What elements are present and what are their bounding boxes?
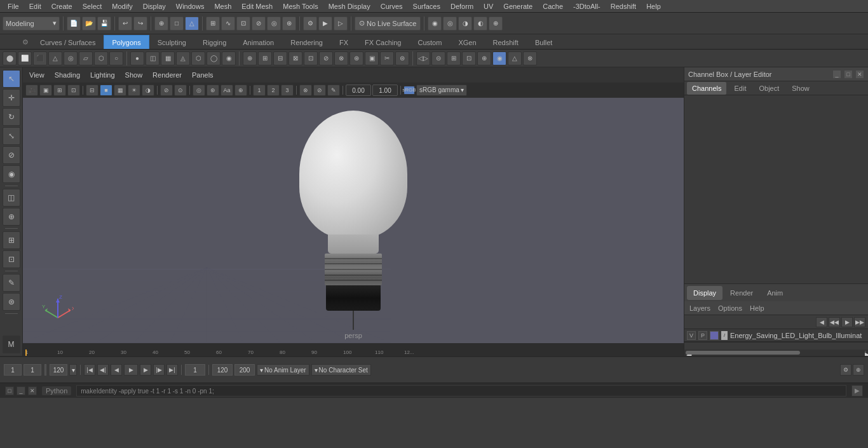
save-file-btn[interactable]: 💾 [97,17,111,31]
tl-char-set-dropdown[interactable]: ▾ No Character Set [311,364,371,376]
connect-btn[interactable]: ⊛ [349,51,363,65]
menu-curves[interactable]: Curves [376,0,408,13]
panel-close-btn[interactable]: ✕ [855,70,864,79]
vp-smooth-btn[interactable]: 2 [267,85,280,96]
select-by-component-btn[interactable]: △ [185,17,199,31]
menu-edit-mesh[interactable]: Edit Mesh [236,0,278,13]
disp-tab-render[interactable]: Render [724,286,759,300]
snap-surface-btn[interactable]: ⊘ [252,17,266,31]
open-file-btn[interactable]: 📂 [82,17,96,31]
cam-btn-2[interactable]: ◎ [443,17,457,31]
tl-range-end[interactable]: 120 [212,364,233,376]
boolean-btn[interactable]: ⊕ [477,51,491,65]
extrude-btn[interactable]: ⊕ [243,51,257,65]
layers-options[interactable]: Options [715,304,745,312]
snap-live-btn[interactable]: ◎ [267,17,281,31]
menu-3dtoall[interactable]: -3DtoAll- [568,0,606,13]
panel-minimize-btn[interactable]: _ [832,70,841,79]
menu-surfaces[interactable]: Surfaces [408,0,445,13]
tl-go-start-btn[interactable]: |◀ [84,364,95,376]
tab-curves-surfaces[interactable]: Curves / Surfaces [32,35,104,49]
nurbs-sphere-btn[interactable]: ● [130,51,144,65]
tab-polygons[interactable]: Polygons [104,35,149,49]
python-execute-btn[interactable]: ▶ [851,385,863,397]
paint-tool[interactable]: ✎ [3,274,20,292]
vp-grid-btn[interactable]: ⊡ [67,85,80,96]
menu-select[interactable]: Select [78,0,107,13]
extract-btn[interactable]: ⊡ [462,51,476,65]
target-weld-btn[interactable]: ⊜ [395,51,409,65]
vp-shadow-btn[interactable]: ◑ [142,85,154,96]
vp-light-btn[interactable]: ☀ [128,85,140,96]
menu-edit[interactable]: Edit [24,0,46,13]
tl-start-frame[interactable]: 1 [4,364,22,376]
tl-end-frame[interactable]: 120 [50,364,67,376]
scroll-right-btn[interactable]: ▶ [864,350,867,355]
snap-curve-btn[interactable]: ∿ [221,17,235,31]
menu-display[interactable]: Display [138,0,171,13]
tab-bullet[interactable]: Bullet [527,35,561,49]
layer-visibility-btn[interactable]: V [687,331,696,340]
python-window-icon[interactable]: □ [5,386,14,395]
vp-resolution-btn[interactable]: ⊞ [53,85,66,96]
nurbs-cyl-btn[interactable]: ▦ [161,51,175,65]
cam-btn-5[interactable]: ⊕ [489,17,503,31]
menu-cache[interactable]: Cache [538,0,568,13]
pipe-btn[interactable]: ○ [109,51,123,65]
playhead[interactable] [25,350,27,356]
make-live-btn[interactable]: ⊛ [282,17,296,31]
new-file-btn[interactable]: 📄 [67,17,81,31]
layer-expand-btn[interactable]: / [721,331,728,340]
loopcut-btn[interactable]: ▣ [365,51,379,65]
python-command[interactable]: makeIdentity -apply true -t 1 -r 1 -s 1 … [76,385,846,397]
menu-windows[interactable]: Windows [171,0,210,13]
bridge-btn[interactable]: ⊞ [258,51,272,65]
vp-aa-btn[interactable]: Aa [220,85,233,96]
nurbs-plane-btn[interactable]: ⬡ [191,51,205,65]
vp-dynamics-btn[interactable]: ⊘ [313,85,326,96]
render-frame-btn[interactable]: ▶ [318,17,332,31]
layer-item[interactable]: V P / Energy_Saving_LED_Light_Bulb_Illum… [684,329,868,342]
maya-logo[interactable]: M [3,336,20,353]
vp-uv-btn[interactable]: ⊛ [207,85,219,96]
menu-uv[interactable]: UV [478,0,498,13]
fill-btn[interactable]: ⊠ [288,51,302,65]
layer-forward2-btn[interactable]: ▶▶ [854,317,865,327]
tl-play-btn[interactable]: ▶ [124,364,138,376]
vp-tex-btn[interactable]: ▦ [114,85,126,96]
python-minimize-icon[interactable]: _ [17,386,25,395]
nurbs-cube-btn[interactable]: ◫ [146,51,159,65]
tab-rendering[interactable]: Rendering [282,35,331,49]
layer-back2-btn[interactable]: ◀◀ [829,317,840,327]
torus-btn[interactable]: ◎ [64,51,78,65]
menu-redshift[interactable]: Redshift [606,0,641,13]
display-attr-btn[interactable]: ⊡ [3,250,20,268]
cam-btn-4[interactable]: ◐ [473,17,487,31]
vp-wire-btn[interactable]: ⊟ [86,85,98,96]
vp-show-menu[interactable]: Show [123,71,146,79]
vp-rotation-field[interactable]: 0.00 [346,85,371,96]
vp-gamma-dropdown[interactable]: sRGB gamma ▾ [416,85,467,96]
vp-isolate-btn[interactable]: ⊙ [174,85,187,96]
vp-smooth2-btn[interactable]: 3 [281,85,294,96]
panel-maximize-btn[interactable]: □ [844,70,853,79]
display-layer-btn[interactable]: ⊞ [3,231,20,249]
undo-btn[interactable]: ↩ [118,17,132,31]
vp-solid-btn[interactable]: ■ [100,85,112,96]
cam-btn-3[interactable]: ◑ [458,17,472,31]
menu-modify[interactable]: Modify [107,0,137,13]
retopo-btn[interactable]: ⊗ [523,51,537,65]
menu-help[interactable]: Help [641,0,666,13]
tab-custom[interactable]: Custom [410,35,451,49]
tl-prev-frame-btn[interactable]: ◀ [111,364,122,376]
tl-current-frame[interactable]: 1 [24,364,41,376]
tl-settings-btn2[interactable]: ⊕ [853,364,864,376]
vp-view-menu[interactable]: View [27,71,47,79]
tl-playback-indicator[interactable] [44,364,46,376]
vp-xray-btn[interactable]: ⊘ [160,85,173,96]
vp-hud-btn[interactable]: ⊕ [234,85,247,96]
triangulate-btn[interactable]: △ [508,51,522,65]
plane-btn[interactable]: ▱ [79,51,93,65]
poke-btn[interactable]: ⊘ [319,51,333,65]
tl-go-end-btn[interactable]: ▶| [166,364,178,376]
